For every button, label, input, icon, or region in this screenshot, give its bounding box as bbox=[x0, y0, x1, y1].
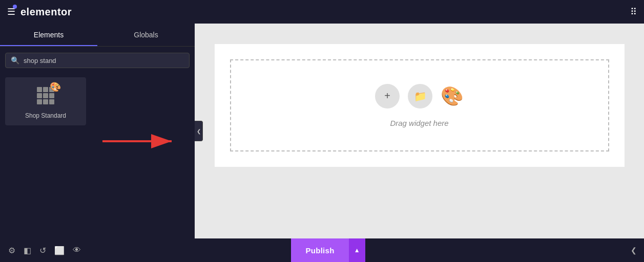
canvas-area: + 📁 🎨 Drag widget here bbox=[195, 24, 644, 238]
drop-zone-icons: + 📁 🎨 bbox=[375, 84, 464, 108]
search-input[interactable] bbox=[24, 57, 184, 64]
tab-globals[interactable]: Globals bbox=[97, 24, 195, 46]
bottom-right-area: ❮ bbox=[365, 244, 644, 256]
palette-icon[interactable]: 🎨 bbox=[441, 85, 464, 107]
collapse-right-btn[interactable]: ❮ bbox=[628, 244, 640, 256]
publish-button[interactable]: Publish bbox=[291, 238, 348, 262]
widgets-area: 🎨 Shop Standard bbox=[0, 74, 195, 238]
search-container: 🔍 bbox=[0, 47, 195, 74]
add-button[interactable]: + bbox=[375, 84, 400, 108]
publish-btn-group: Publish ▲ bbox=[291, 238, 365, 262]
folder-button[interactable]: 📁 bbox=[408, 84, 432, 108]
main-layout: Elements Globals 🔍 bbox=[0, 24, 644, 238]
bottom-bar: ⚙ ◧ ↺ ⬜ 👁 Publish ▲ ❮ bbox=[0, 238, 644, 262]
layers-icon[interactable]: ◧ bbox=[24, 246, 31, 255]
search-box: 🔍 bbox=[5, 53, 190, 68]
widget-label: Shop Standard bbox=[25, 112, 66, 119]
collapse-sidebar-btn[interactable]: ❮ bbox=[195, 121, 203, 141]
elementor-logo: elementor bbox=[20, 6, 72, 18]
drop-zone[interactable]: + 📁 🎨 Drag widget here bbox=[230, 59, 609, 151]
history-icon[interactable]: ↺ bbox=[39, 246, 46, 255]
settings-icon[interactable]: ⚙ bbox=[8, 246, 15, 255]
sidebar-tabs: Elements Globals bbox=[0, 24, 195, 47]
publish-expand-button[interactable]: ▲ bbox=[349, 238, 365, 262]
palette-badge-icon: 🎨 bbox=[50, 81, 61, 93]
tab-elements[interactable]: Elements bbox=[0, 24, 97, 46]
widget-icon-area: 🎨 bbox=[33, 83, 58, 108]
bottom-tools: ⚙ ◧ ↺ ⬜ 👁 bbox=[0, 246, 291, 255]
canvas-inner: + 📁 🎨 Drag widget here bbox=[215, 44, 625, 167]
top-bar-left: ☰ elementor bbox=[7, 6, 72, 18]
responsive-icon[interactable]: ⬜ bbox=[54, 246, 65, 255]
grid-menu-icon[interactable]: ⠿ bbox=[630, 6, 637, 17]
top-bar: ☰ elementor ⠿ bbox=[0, 0, 644, 24]
hamburger-icon[interactable]: ☰ bbox=[7, 6, 15, 17]
search-icon: 🔍 bbox=[11, 56, 19, 64]
sidebar: Elements Globals 🔍 bbox=[0, 24, 195, 238]
preview-icon[interactable]: 👁 bbox=[73, 246, 81, 255]
widget-shop-standard[interactable]: 🎨 Shop Standard bbox=[5, 77, 86, 125]
drop-label: Drag widget here bbox=[390, 119, 448, 127]
